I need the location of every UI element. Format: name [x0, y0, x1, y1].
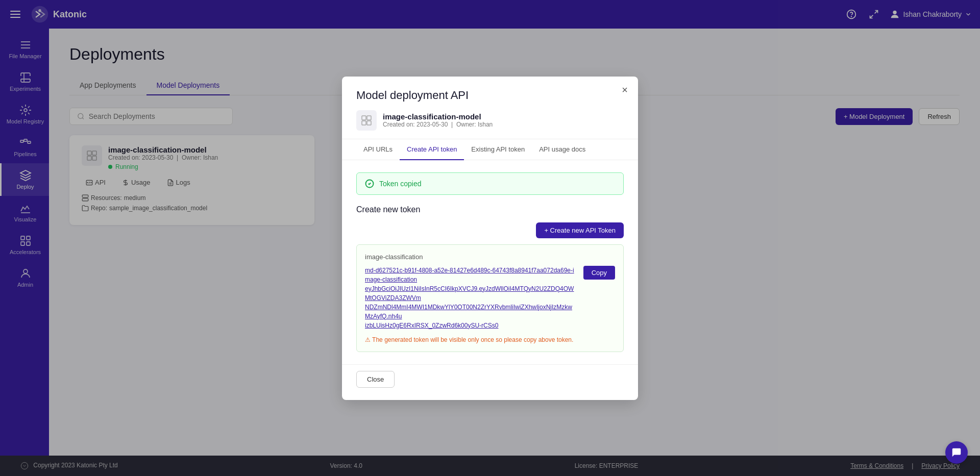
modal-overlay[interactable]: Model deployment API × image-classificat…	[0, 0, 980, 476]
token-label: image-classification	[365, 253, 615, 261]
modal-dialog: Model deployment API × image-classificat…	[342, 77, 638, 400]
modal-close-button[interactable]: ×	[622, 85, 628, 95]
modal-tabs: API URLs Create API token Existing API t…	[342, 139, 638, 160]
modal-footer: Close	[342, 364, 638, 400]
modal-model-icon	[356, 110, 377, 131]
success-banner: Token copied	[356, 172, 624, 195]
modal-model-icon-svg	[360, 114, 373, 127]
token-value-row: md-d627521c-b91f-4808-a52e-81427e6d489c-…	[365, 266, 615, 330]
token-box: image-classification md-d627521c-b91f-48…	[356, 244, 624, 352]
create-token-header: + Create new API Token	[356, 222, 624, 238]
copy-token-button[interactable]: Copy	[583, 266, 615, 280]
modal-model-meta: Created on: 2023-05-30 | Owner: Ishan	[383, 121, 493, 128]
modal-model-info: image-classification-model Created on: 2…	[342, 110, 638, 139]
create-new-api-token-button[interactable]: + Create new API Token	[536, 222, 624, 238]
success-banner-text: Token copied	[379, 180, 422, 188]
success-icon	[365, 179, 374, 188]
modal-model-name: image-classification-model	[383, 112, 493, 121]
modal-created: Created on: 2023-05-30	[383, 121, 448, 128]
modal-tab-api-urls[interactable]: API URLs	[356, 139, 400, 160]
svg-rect-30	[367, 116, 371, 120]
chat-icon	[951, 447, 962, 458]
modal-footer-close-button[interactable]: Close	[356, 371, 395, 388]
svg-rect-29	[362, 116, 366, 120]
svg-rect-31	[362, 121, 366, 125]
modal-model-text: image-classification-model Created on: 2…	[383, 112, 493, 128]
token-warning-text: ⚠ The generated token will be visible on…	[365, 336, 573, 343]
modal-tab-api-usage-docs[interactable]: API usage docs	[532, 139, 593, 160]
svg-rect-32	[367, 121, 371, 125]
modal-header: Model deployment API ×	[342, 77, 638, 102]
token-value[interactable]: md-d627521c-b91f-4808-a52e-81427e6d489c-…	[365, 266, 577, 330]
modal-owner: Owner: Ishan	[456, 121, 493, 128]
token-warning: ⚠ The generated token will be visible on…	[365, 336, 615, 343]
chat-bubble-button[interactable]	[945, 441, 968, 464]
modal-tab-create-api-token[interactable]: Create API token	[400, 139, 464, 160]
modal-title: Model deployment API	[356, 89, 624, 102]
modal-tab-existing-api-token[interactable]: Existing API token	[464, 139, 532, 160]
modal-section-title: Create new token	[356, 205, 624, 214]
modal-body: Token copied Create new token + Create n…	[342, 160, 638, 364]
